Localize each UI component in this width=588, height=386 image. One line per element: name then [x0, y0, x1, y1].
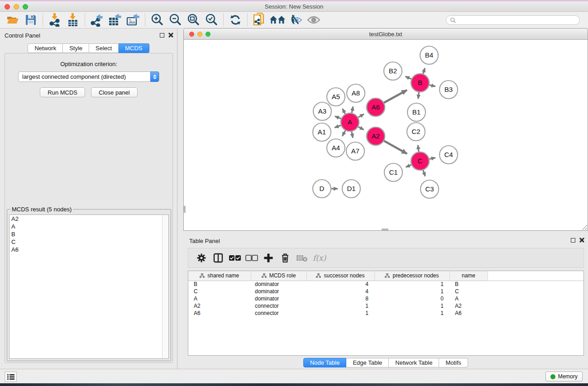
minimize-window-button[interactable] [14, 4, 19, 10]
import-network-file-icon[interactable] [46, 13, 64, 27]
network-window-titlebar[interactable]: testGlobe.txt [184, 29, 588, 40]
cell-successor[interactable]: 1 [306, 302, 374, 310]
cell-predecessor[interactable]: 1 [374, 281, 449, 288]
table-row[interactable]: A6connector11A6 [188, 310, 583, 317]
add-column-icon[interactable] [260, 250, 277, 266]
table-options-gear-icon[interactable] [193, 250, 210, 266]
edge-A2-C[interactable] [384, 141, 407, 154]
cell-shared_name[interactable]: A [188, 295, 251, 302]
cell-mcds_role[interactable]: dominator [251, 295, 306, 302]
table-row[interactable]: Cdominator41C [188, 288, 583, 295]
cell-mcds_role[interactable]: connector [251, 302, 306, 310]
cell-successor[interactable]: 8 [306, 295, 374, 302]
unselect-all-columns-icon[interactable] [243, 250, 260, 266]
mcds-result-list[interactable]: A2ABCA6 [9, 214, 169, 359]
clone-network-icon[interactable] [250, 13, 268, 27]
cell-predecessor[interactable]: 0 [374, 295, 449, 302]
cell-name[interactable]: A [449, 295, 488, 302]
close-table-panel-icon[interactable] [579, 238, 584, 243]
edge-A-A4[interactable] [342, 130, 345, 136]
canvas-hscroll-nub[interactable] [382, 229, 388, 230]
edge-B-B3[interactable] [429, 85, 435, 86]
network-close-button[interactable] [189, 32, 194, 37]
float-panel-icon[interactable] [160, 33, 164, 38]
float-table-panel-icon[interactable] [571, 238, 575, 243]
zoom-fit-icon[interactable] [184, 13, 202, 27]
delete-column-trash-icon[interactable] [277, 250, 293, 266]
edge-A-A8[interactable] [352, 106, 353, 113]
result-item[interactable]: A6 [10, 246, 168, 253]
cell-successor[interactable]: 1 [306, 310, 374, 317]
hide-details-icon[interactable] [287, 13, 305, 27]
tab-network-table[interactable]: Network Table [389, 358, 439, 367]
show-column-icon[interactable] [210, 250, 226, 266]
cell-shared_name[interactable]: C [188, 288, 251, 295]
tab-select[interactable]: Select [89, 43, 119, 53]
table-row[interactable]: Bdominator41B [188, 281, 583, 288]
cell-name[interactable]: B [449, 281, 488, 288]
edge-A-A5[interactable] [343, 109, 345, 114]
edge-B-B1[interactable] [418, 92, 419, 99]
canvas-vscroll-nub[interactable] [184, 206, 186, 213]
node-table[interactable]: shared nameMCDS rolesuccessor nodesprede… [188, 271, 584, 356]
open-session-icon[interactable] [4, 13, 22, 27]
cell-predecessor[interactable]: 1 [374, 310, 449, 317]
zoom-out-icon[interactable] [166, 13, 184, 27]
close-window-button[interactable] [5, 4, 10, 10]
edge-A-A1[interactable] [335, 125, 341, 128]
network-minimize-button[interactable] [197, 32, 202, 37]
edge-B-B2[interactable] [406, 76, 411, 79]
tab-mcds[interactable]: MCDS [119, 43, 149, 53]
delete-table-icon[interactable] [293, 250, 310, 266]
select-all-columns-icon[interactable] [226, 250, 243, 266]
tab-node-table[interactable]: Node Table [303, 358, 347, 367]
cell-predecessor[interactable]: 1 [374, 288, 449, 295]
table-row[interactable]: Adominator80A [188, 295, 583, 302]
run-mcds-button[interactable]: Run MCDS [40, 87, 85, 97]
column-header-name[interactable]: name [449, 271, 488, 281]
export-table-icon[interactable] [106, 13, 124, 27]
edge-C-C4[interactable] [429, 158, 435, 159]
cell-name[interactable]: A6 [449, 310, 488, 317]
result-list-scrollbar[interactable] [162, 215, 168, 358]
cell-shared_name[interactable]: A6 [188, 310, 251, 317]
zoom-in-icon[interactable] [148, 13, 166, 27]
cell-shared_name[interactable]: A2 [188, 302, 251, 310]
edge-A-A6[interactable] [358, 114, 364, 117]
cell-mcds_role[interactable]: dominator [251, 288, 306, 295]
function-builder-fx-icon[interactable]: f(x) [313, 253, 326, 262]
edge-A6-B[interactable] [384, 90, 407, 103]
tab-edge-table[interactable]: Edge Table [346, 358, 389, 367]
import-table-file-icon[interactable] [64, 13, 82, 27]
cell-successor[interactable]: 4 [306, 281, 374, 288]
result-item[interactable]: A2 [10, 215, 168, 223]
network-canvas[interactable]: B4B2BB3A5A8A6B1A3AA1C2A2A4A7C4CC1C3DD1 [184, 40, 588, 230]
home-icon[interactable] [268, 13, 287, 27]
search-box[interactable] [446, 15, 580, 25]
search-input[interactable] [458, 17, 576, 23]
column-header-MCDS-role[interactable]: MCDS role [251, 271, 306, 281]
close-panel-icon[interactable] [168, 33, 173, 38]
cell-predecessor[interactable]: 1 [374, 302, 449, 310]
table-row[interactable]: A2connector11A2 [188, 302, 583, 310]
memory-button[interactable]: Memory [545, 372, 583, 381]
refresh-icon[interactable] [226, 13, 244, 27]
tab-style[interactable]: Style [63, 43, 89, 53]
cell-mcds_role[interactable]: dominator [251, 281, 306, 288]
cell-shared_name[interactable]: B [188, 281, 251, 288]
cell-name[interactable]: C [449, 288, 488, 295]
zoom-window-button[interactable] [23, 4, 28, 10]
zoom-selected-icon[interactable] [202, 13, 220, 27]
optimization-criterion-dropdown[interactable]: largest connected component (directed) [18, 71, 159, 82]
network-graph[interactable]: B4B2BB3A5A8A6B1A3AA1C2A2A4A7C4CC1C3DD1 [184, 40, 588, 230]
column-header-successor-nodes[interactable]: successor nodes [306, 271, 374, 281]
tab-network[interactable]: Network [28, 43, 63, 53]
task-history-button[interactable] [5, 372, 17, 382]
edge-A-A7[interactable] [352, 132, 353, 138]
column-header-predecessor-nodes[interactable]: predecessor nodes [374, 271, 449, 281]
export-network-icon[interactable] [88, 13, 106, 27]
close-panel-button[interactable]: Close panel [91, 87, 138, 97]
result-item[interactable]: C [10, 238, 168, 246]
export-image-icon[interactable] [124, 13, 142, 27]
save-session-icon[interactable] [22, 13, 40, 27]
